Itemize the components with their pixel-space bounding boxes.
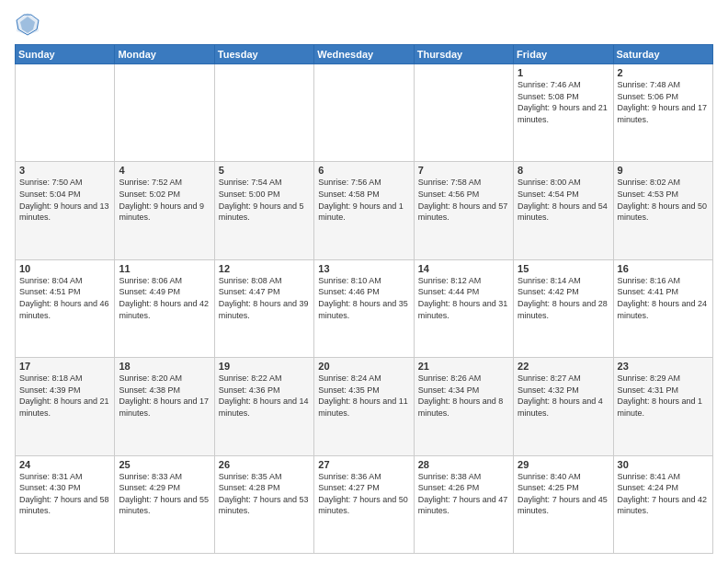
calendar-cell: 18Sunrise: 8:20 AM Sunset: 4:38 PM Dayli… [115,358,214,455]
day-number: 17 [19,361,110,372]
day-number: 28 [418,459,509,470]
calendar-cell: 21Sunrise: 8:26 AM Sunset: 4:34 PM Dayli… [414,358,513,455]
day-info: Sunrise: 8:00 AM Sunset: 4:54 PM Dayligh… [518,177,609,223]
day-number: 15 [518,263,609,274]
day-number: 9 [618,165,709,176]
calendar-cell: 7Sunrise: 7:58 AM Sunset: 4:56 PM Daylig… [414,162,513,259]
calendar-cell: 11Sunrise: 8:06 AM Sunset: 4:49 PM Dayli… [115,259,214,357]
day-info: Sunrise: 7:50 AM Sunset: 5:04 PM Dayligh… [19,177,110,223]
calendar-table: SundayMondayTuesdayWednesdayThursdayFrid… [15,44,713,554]
calendar-header-row: SundayMondayTuesdayWednesdayThursdayFrid… [16,45,713,64]
day-info: Sunrise: 7:48 AM Sunset: 5:06 PM Dayligh… [618,79,709,125]
day-info: Sunrise: 8:35 AM Sunset: 4:28 PM Dayligh… [219,471,310,517]
day-info: Sunrise: 8:26 AM Sunset: 4:34 PM Dayligh… [418,373,509,419]
day-number: 11 [119,263,210,274]
day-info: Sunrise: 7:56 AM Sunset: 4:58 PM Dayligh… [318,177,409,223]
day-info: Sunrise: 7:46 AM Sunset: 5:08 PM Dayligh… [518,79,609,125]
day-info: Sunrise: 8:20 AM Sunset: 4:38 PM Dayligh… [119,373,210,419]
calendar-cell: 14Sunrise: 8:12 AM Sunset: 4:44 PM Dayli… [414,259,513,357]
day-info: Sunrise: 8:33 AM Sunset: 4:29 PM Dayligh… [119,471,210,517]
day-number: 6 [318,165,409,176]
calendar-cell: 16Sunrise: 8:16 AM Sunset: 4:41 PM Dayli… [613,259,712,357]
day-number: 19 [219,361,310,372]
calendar-cell: 19Sunrise: 8:22 AM Sunset: 4:36 PM Dayli… [214,358,313,455]
day-number: 1 [518,67,609,78]
calendar-cell: 23Sunrise: 8:29 AM Sunset: 4:31 PM Dayli… [613,358,712,455]
day-number: 2 [618,67,709,78]
calendar-cell [214,64,313,162]
day-info: Sunrise: 8:16 AM Sunset: 4:41 PM Dayligh… [618,275,709,321]
day-number: 21 [418,361,509,372]
day-info: Sunrise: 8:06 AM Sunset: 4:49 PM Dayligh… [119,275,210,321]
day-info: Sunrise: 7:52 AM Sunset: 5:02 PM Dayligh… [119,177,210,223]
day-number: 27 [318,459,409,470]
calendar-cell: 17Sunrise: 8:18 AM Sunset: 4:39 PM Dayli… [16,358,115,455]
calendar-cell [414,64,513,162]
day-info: Sunrise: 8:22 AM Sunset: 4:36 PM Dayligh… [219,373,310,419]
calendar-cell: 10Sunrise: 8:04 AM Sunset: 4:51 PM Dayli… [16,259,115,357]
day-number: 10 [19,263,110,274]
day-number: 7 [418,165,509,176]
day-info: Sunrise: 7:58 AM Sunset: 4:56 PM Dayligh… [418,177,509,223]
day-number: 23 [618,361,709,372]
calendar-cell: 4Sunrise: 7:52 AM Sunset: 5:02 PM Daylig… [115,162,214,259]
calendar-cell: 27Sunrise: 8:36 AM Sunset: 4:27 PM Dayli… [314,455,414,553]
calendar-cell: 6Sunrise: 7:56 AM Sunset: 4:58 PM Daylig… [314,162,414,259]
calendar-cell: 26Sunrise: 8:35 AM Sunset: 4:28 PM Dayli… [214,455,313,553]
weekday-header: Monday [115,45,214,64]
day-info: Sunrise: 8:14 AM Sunset: 4:42 PM Dayligh… [518,275,609,321]
day-number: 22 [518,361,609,372]
calendar-cell: 29Sunrise: 8:40 AM Sunset: 4:25 PM Dayli… [514,455,613,553]
day-number: 12 [219,263,310,274]
day-number: 26 [219,459,310,470]
day-info: Sunrise: 7:54 AM Sunset: 5:00 PM Dayligh… [219,177,310,223]
day-number: 3 [19,165,110,176]
weekday-header: Saturday [613,45,712,64]
day-number: 16 [618,263,709,274]
day-info: Sunrise: 8:31 AM Sunset: 4:30 PM Dayligh… [19,471,110,517]
logo [15,11,44,37]
day-info: Sunrise: 8:29 AM Sunset: 4:31 PM Dayligh… [618,373,709,419]
day-info: Sunrise: 8:18 AM Sunset: 4:39 PM Dayligh… [19,373,110,419]
calendar-cell: 22Sunrise: 8:27 AM Sunset: 4:32 PM Dayli… [514,358,613,455]
day-info: Sunrise: 8:02 AM Sunset: 4:53 PM Dayligh… [618,177,709,223]
day-info: Sunrise: 8:38 AM Sunset: 4:26 PM Dayligh… [418,471,509,517]
calendar-cell [314,64,414,162]
day-info: Sunrise: 8:04 AM Sunset: 4:51 PM Dayligh… [19,275,110,321]
day-number: 18 [119,361,210,372]
weekday-header: Sunday [16,45,115,64]
calendar-cell: 20Sunrise: 8:24 AM Sunset: 4:35 PM Dayli… [314,358,414,455]
weekday-header: Thursday [414,45,513,64]
weekday-header: Wednesday [314,45,414,64]
calendar-cell: 8Sunrise: 8:00 AM Sunset: 4:54 PM Daylig… [514,162,613,259]
day-info: Sunrise: 8:41 AM Sunset: 4:24 PM Dayligh… [618,471,709,517]
calendar-cell: 24Sunrise: 8:31 AM Sunset: 4:30 PM Dayli… [16,455,115,553]
calendar-cell: 12Sunrise: 8:08 AM Sunset: 4:47 PM Dayli… [214,259,313,357]
day-info: Sunrise: 8:27 AM Sunset: 4:32 PM Dayligh… [518,373,609,419]
calendar-cell: 30Sunrise: 8:41 AM Sunset: 4:24 PM Dayli… [613,455,712,553]
day-info: Sunrise: 8:40 AM Sunset: 4:25 PM Dayligh… [518,471,609,517]
calendar-week-row: 17Sunrise: 8:18 AM Sunset: 4:39 PM Dayli… [16,358,713,455]
day-info: Sunrise: 8:08 AM Sunset: 4:47 PM Dayligh… [219,275,310,321]
calendar-week-row: 1Sunrise: 7:46 AM Sunset: 5:08 PM Daylig… [16,64,713,162]
day-info: Sunrise: 8:10 AM Sunset: 4:46 PM Dayligh… [318,275,409,321]
calendar-cell: 2Sunrise: 7:48 AM Sunset: 5:06 PM Daylig… [613,64,712,162]
calendar-cell: 13Sunrise: 8:10 AM Sunset: 4:46 PM Dayli… [314,259,414,357]
logo-icon [15,11,40,37]
day-info: Sunrise: 8:24 AM Sunset: 4:35 PM Dayligh… [318,373,409,419]
day-number: 25 [119,459,210,470]
day-number: 30 [618,459,709,470]
day-number: 13 [318,263,409,274]
calendar-week-row: 24Sunrise: 8:31 AM Sunset: 4:30 PM Dayli… [16,455,713,553]
calendar-cell: 15Sunrise: 8:14 AM Sunset: 4:42 PM Dayli… [514,259,613,357]
calendar-cell: 25Sunrise: 8:33 AM Sunset: 4:29 PM Dayli… [115,455,214,553]
day-number: 29 [518,459,609,470]
day-number: 8 [518,165,609,176]
day-number: 14 [418,263,509,274]
day-info: Sunrise: 8:36 AM Sunset: 4:27 PM Dayligh… [318,471,409,517]
calendar-week-row: 3Sunrise: 7:50 AM Sunset: 5:04 PM Daylig… [16,162,713,259]
calendar-cell: 9Sunrise: 8:02 AM Sunset: 4:53 PM Daylig… [613,162,712,259]
day-info: Sunrise: 8:12 AM Sunset: 4:44 PM Dayligh… [418,275,509,321]
calendar-cell: 3Sunrise: 7:50 AM Sunset: 5:04 PM Daylig… [16,162,115,259]
page-header [15,11,713,37]
